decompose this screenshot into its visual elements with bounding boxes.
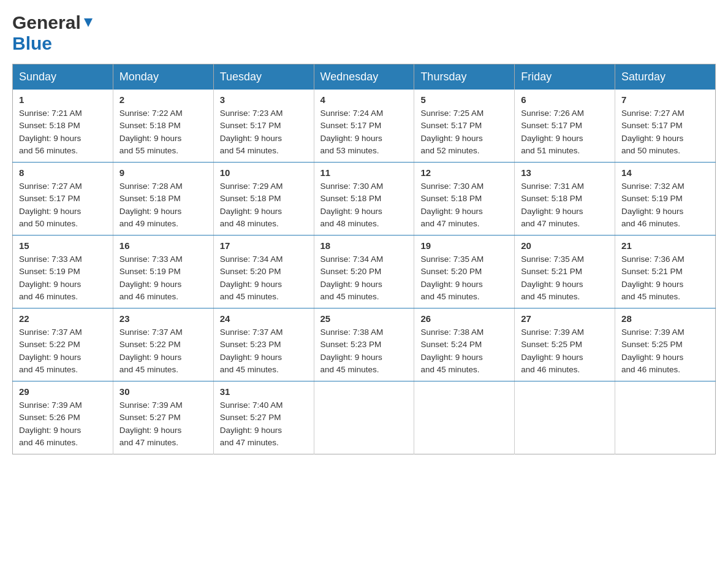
calendar-cell: 8 Sunrise: 7:27 AMSunset: 5:17 PMDayligh… [13, 163, 113, 236]
logo-arrow-icon [82, 16, 95, 29]
day-info: Sunrise: 7:32 AMSunset: 5:19 PMDaylight:… [621, 180, 709, 230]
day-info: Sunrise: 7:37 AMSunset: 5:23 PMDaylight:… [220, 326, 308, 376]
calendar-cell: 9 Sunrise: 7:28 AMSunset: 5:18 PMDayligh… [113, 163, 213, 236]
day-number: 25 [320, 313, 408, 324]
calendar-cell: 25 Sunrise: 7:38 AMSunset: 5:23 PMDaylig… [314, 308, 414, 381]
day-info: Sunrise: 7:35 AMSunset: 5:21 PMDaylight:… [521, 253, 609, 303]
day-info: Sunrise: 7:34 AMSunset: 5:20 PMDaylight:… [320, 253, 408, 303]
calendar-week-row: 15 Sunrise: 7:33 AMSunset: 5:19 PMDaylig… [13, 236, 716, 308]
day-info: Sunrise: 7:33 AMSunset: 5:19 PMDaylight:… [19, 253, 107, 303]
calendar-cell: 20 Sunrise: 7:35 AMSunset: 5:21 PMDaylig… [515, 236, 615, 308]
calendar-cell: 28 Sunrise: 7:39 AMSunset: 5:25 PMDaylig… [615, 308, 716, 381]
day-number: 4 [320, 94, 408, 105]
day-info: Sunrise: 7:39 AMSunset: 5:26 PMDaylight:… [19, 399, 107, 449]
day-info: Sunrise: 7:25 AMSunset: 5:17 PMDaylight:… [420, 107, 508, 157]
calendar-table: SundayMondayTuesdayWednesdayThursdayFrid… [12, 64, 716, 454]
day-number: 22 [19, 313, 107, 324]
day-info: Sunrise: 7:36 AMSunset: 5:21 PMDaylight:… [621, 253, 709, 303]
day-info: Sunrise: 7:31 AMSunset: 5:18 PMDaylight:… [521, 180, 609, 230]
day-header-monday: Monday [113, 64, 213, 90]
day-header-friday: Friday [515, 64, 615, 90]
day-number: 18 [320, 240, 408, 251]
calendar-cell: 22 Sunrise: 7:37 AMSunset: 5:22 PMDaylig… [13, 308, 113, 381]
calendar-cell: 15 Sunrise: 7:33 AMSunset: 5:19 PMDaylig… [13, 236, 113, 308]
day-number: 13 [521, 167, 609, 178]
day-number: 3 [220, 94, 308, 105]
day-info: Sunrise: 7:27 AMSunset: 5:17 PMDaylight:… [19, 180, 107, 230]
calendar-cell: 1 Sunrise: 7:21 AMSunset: 5:18 PMDayligh… [13, 90, 113, 163]
calendar-week-row: 8 Sunrise: 7:27 AMSunset: 5:17 PMDayligh… [13, 163, 716, 236]
day-header-wednesday: Wednesday [314, 64, 414, 90]
calendar-cell: 3 Sunrise: 7:23 AMSunset: 5:17 PMDayligh… [213, 90, 314, 163]
day-info: Sunrise: 7:37 AMSunset: 5:22 PMDaylight:… [19, 326, 107, 376]
calendar-week-row: 22 Sunrise: 7:37 AMSunset: 5:22 PMDaylig… [13, 308, 716, 381]
calendar-cell: 29 Sunrise: 7:39 AMSunset: 5:26 PMDaylig… [13, 381, 113, 454]
day-info: Sunrise: 7:23 AMSunset: 5:17 PMDaylight:… [220, 107, 308, 157]
calendar-header-row: SundayMondayTuesdayWednesdayThursdayFrid… [13, 64, 716, 90]
calendar-cell: 18 Sunrise: 7:34 AMSunset: 5:20 PMDaylig… [314, 236, 414, 308]
day-info: Sunrise: 7:27 AMSunset: 5:17 PMDaylight:… [621, 107, 709, 157]
day-number: 19 [420, 240, 508, 251]
day-number: 24 [220, 313, 308, 324]
day-number: 26 [420, 313, 508, 324]
page-header: General Blue [12, 12, 716, 54]
calendar-cell [314, 381, 414, 454]
day-info: Sunrise: 7:34 AMSunset: 5:20 PMDaylight:… [220, 253, 308, 303]
day-number: 8 [19, 167, 107, 178]
calendar-cell: 19 Sunrise: 7:35 AMSunset: 5:20 PMDaylig… [414, 236, 515, 308]
day-info: Sunrise: 7:40 AMSunset: 5:27 PMDaylight:… [220, 399, 308, 449]
day-info: Sunrise: 7:38 AMSunset: 5:24 PMDaylight:… [420, 326, 508, 376]
calendar-cell [414, 381, 515, 454]
day-number: 27 [521, 313, 609, 324]
day-info: Sunrise: 7:28 AMSunset: 5:18 PMDaylight:… [119, 180, 207, 230]
day-number: 15 [19, 240, 107, 251]
day-info: Sunrise: 7:39 AMSunset: 5:25 PMDaylight:… [521, 326, 609, 376]
day-number: 21 [621, 240, 709, 251]
calendar-cell: 27 Sunrise: 7:39 AMSunset: 5:25 PMDaylig… [515, 308, 615, 381]
day-info: Sunrise: 7:37 AMSunset: 5:22 PMDaylight:… [119, 326, 207, 376]
day-number: 17 [220, 240, 308, 251]
day-info: Sunrise: 7:26 AMSunset: 5:17 PMDaylight:… [521, 107, 609, 157]
day-number: 31 [220, 386, 308, 397]
calendar-cell: 10 Sunrise: 7:29 AMSunset: 5:18 PMDaylig… [213, 163, 314, 236]
calendar-cell: 6 Sunrise: 7:26 AMSunset: 5:17 PMDayligh… [515, 90, 615, 163]
day-number: 6 [521, 94, 609, 105]
calendar-week-row: 1 Sunrise: 7:21 AMSunset: 5:18 PMDayligh… [13, 90, 716, 163]
day-info: Sunrise: 7:38 AMSunset: 5:23 PMDaylight:… [320, 326, 408, 376]
day-number: 2 [119, 94, 207, 105]
day-info: Sunrise: 7:24 AMSunset: 5:17 PMDaylight:… [320, 107, 408, 157]
logo-general: General [12, 12, 81, 33]
day-info: Sunrise: 7:33 AMSunset: 5:19 PMDaylight:… [119, 253, 207, 303]
calendar-cell [615, 381, 716, 454]
logo-blue: Blue [12, 33, 52, 53]
day-info: Sunrise: 7:22 AMSunset: 5:18 PMDaylight:… [119, 107, 207, 157]
day-number: 7 [621, 94, 709, 105]
calendar-cell [515, 381, 615, 454]
day-number: 29 [19, 386, 107, 397]
day-number: 14 [621, 167, 709, 178]
svg-marker-0 [84, 18, 93, 27]
day-header-sunday: Sunday [13, 64, 113, 90]
calendar-cell: 17 Sunrise: 7:34 AMSunset: 5:20 PMDaylig… [213, 236, 314, 308]
day-number: 23 [119, 313, 207, 324]
calendar-cell: 7 Sunrise: 7:27 AMSunset: 5:17 PMDayligh… [615, 90, 716, 163]
day-number: 20 [521, 240, 609, 251]
day-number: 10 [220, 167, 308, 178]
calendar-cell: 12 Sunrise: 7:30 AMSunset: 5:18 PMDaylig… [414, 163, 515, 236]
day-info: Sunrise: 7:39 AMSunset: 5:27 PMDaylight:… [119, 399, 207, 449]
day-header-thursday: Thursday [414, 64, 515, 90]
day-header-tuesday: Tuesday [213, 64, 314, 90]
day-number: 11 [320, 167, 408, 178]
day-info: Sunrise: 7:21 AMSunset: 5:18 PMDaylight:… [19, 107, 107, 157]
day-number: 12 [420, 167, 508, 178]
logo: General Blue [12, 12, 95, 54]
day-info: Sunrise: 7:35 AMSunset: 5:20 PMDaylight:… [420, 253, 508, 303]
calendar-cell: 2 Sunrise: 7:22 AMSunset: 5:18 PMDayligh… [113, 90, 213, 163]
day-info: Sunrise: 7:30 AMSunset: 5:18 PMDaylight:… [320, 180, 408, 230]
day-number: 9 [119, 167, 207, 178]
calendar-cell: 11 Sunrise: 7:30 AMSunset: 5:18 PMDaylig… [314, 163, 414, 236]
day-header-saturday: Saturday [615, 64, 716, 90]
calendar-cell: 23 Sunrise: 7:37 AMSunset: 5:22 PMDaylig… [113, 308, 213, 381]
day-number: 28 [621, 313, 709, 324]
calendar-cell: 21 Sunrise: 7:36 AMSunset: 5:21 PMDaylig… [615, 236, 716, 308]
